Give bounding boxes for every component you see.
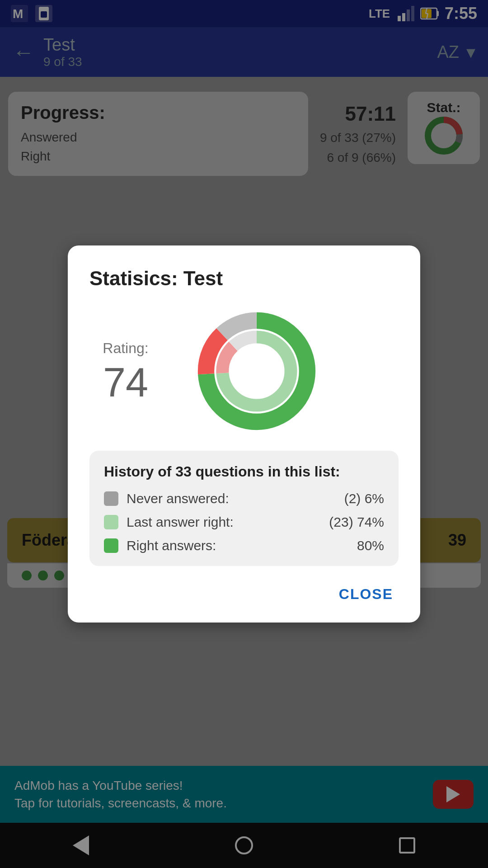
svg-point-26: [236, 351, 277, 392]
history-title: History of 33 questions in this list:: [104, 463, 384, 480]
statistics-modal: Statisics: Test Rating: 74: [68, 245, 420, 623]
modal-body: Rating: 74: [89, 308, 399, 434]
modal-overlay: Statisics: Test Rating: 74: [0, 0, 488, 868]
close-button[interactable]: CLOSE: [333, 582, 399, 606]
rating-value: 74: [103, 362, 148, 403]
modal-footer: CLOSE: [89, 582, 399, 606]
never-answered-legend: [104, 491, 118, 506]
rating-label: Rating:: [103, 340, 148, 357]
last-right-legend: [104, 515, 118, 529]
rating-section: Rating: 74: [89, 340, 162, 403]
history-row-last-right: Last answer right: (23) 74%: [104, 514, 384, 530]
history-card: History of 33 questions in this list: Ne…: [89, 451, 399, 566]
history-row-never: Never answered: (2) 6%: [104, 491, 384, 506]
history-row-right-answers: Right answers: 80%: [104, 538, 384, 553]
right-answers-value: 80%: [357, 538, 384, 553]
right-answers-label: Right answers:: [127, 538, 349, 553]
last-right-label: Last answer right:: [127, 514, 321, 530]
modal-title: Statisics: Test: [89, 267, 399, 290]
never-answered-label: Never answered:: [127, 491, 336, 506]
never-answered-value: (2) 6%: [344, 491, 384, 506]
right-answers-legend: [104, 538, 118, 553]
donut-chart: [193, 308, 320, 434]
last-right-value: (23) 74%: [329, 514, 384, 530]
